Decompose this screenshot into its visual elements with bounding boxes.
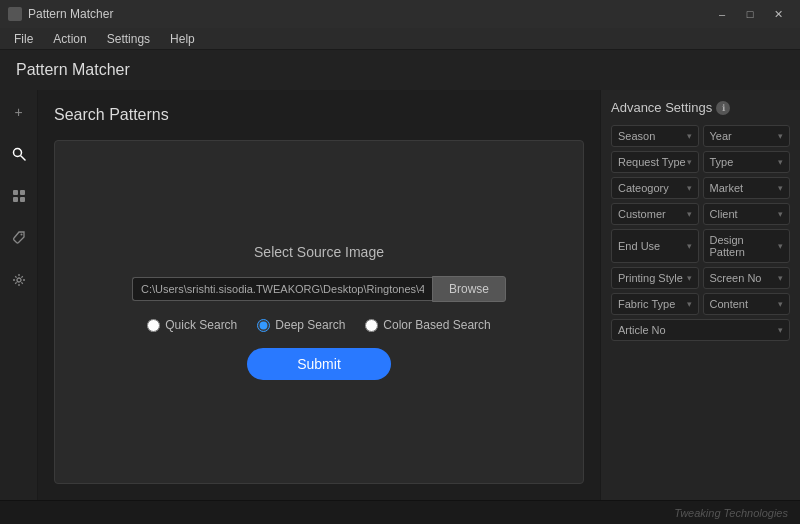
- settings-row-6: Fabric Type ▾ Content ▾: [611, 293, 790, 315]
- customer-dropdown[interactable]: Customer ▾: [611, 203, 699, 225]
- article-no-dropdown[interactable]: Article No ▾: [611, 319, 790, 341]
- market-dropdown[interactable]: Market ▾: [703, 177, 791, 199]
- type-arrow: ▾: [778, 157, 783, 167]
- title-bar-controls: – □ ✕: [708, 4, 792, 24]
- content-area: Search Patterns Select Source Image Brow…: [38, 90, 600, 500]
- settings-row-3: Customer ▾ Client ▾: [611, 203, 790, 225]
- fabric-type-dropdown[interactable]: Fabric Type ▾: [611, 293, 699, 315]
- end-use-arrow: ▾: [687, 241, 692, 251]
- radio-color-search[interactable]: Color Based Search: [365, 318, 490, 332]
- menu-bar: File Action Settings Help: [0, 28, 800, 50]
- season-dropdown[interactable]: Season ▾: [611, 125, 699, 147]
- menu-help[interactable]: Help: [160, 30, 205, 48]
- main-layout: +: [0, 90, 800, 500]
- svg-point-7: [17, 278, 21, 282]
- radio-row: Quick Search Deep Search Color Based Sea…: [147, 318, 490, 332]
- settings-row-4: End Use ▾ Design Pattern ▾: [611, 229, 790, 263]
- end-use-dropdown[interactable]: End Use ▾: [611, 229, 699, 263]
- title-bar: Pattern Matcher – □ ✕: [0, 0, 800, 28]
- source-label: Select Source Image: [254, 244, 384, 260]
- year-dropdown[interactable]: Year ▾: [703, 125, 791, 147]
- radio-deep-label: Deep Search: [275, 318, 345, 332]
- customer-arrow: ▾: [687, 209, 692, 219]
- request-type-arrow: ▾: [687, 157, 692, 167]
- fabric-type-arrow: ▾: [687, 299, 692, 309]
- file-path-input[interactable]: [132, 277, 432, 301]
- sidebar: +: [0, 90, 38, 500]
- market-arrow: ▾: [778, 183, 783, 193]
- printing-style-dropdown[interactable]: Printing Style ▾: [611, 267, 699, 289]
- printing-style-arrow: ▾: [687, 273, 692, 283]
- app-icon: [8, 7, 22, 21]
- content-dropdown[interactable]: Content ▾: [703, 293, 791, 315]
- footer-brand: Tweaking Technologies: [674, 507, 788, 519]
- menu-action[interactable]: Action: [43, 30, 96, 48]
- sidebar-gear-icon[interactable]: [7, 268, 31, 292]
- sidebar-search-icon[interactable]: [7, 142, 31, 166]
- settings-row-1: Request Type ▾ Type ▾: [611, 151, 790, 173]
- maximize-button[interactable]: □: [736, 4, 764, 24]
- radio-quick-search[interactable]: Quick Search: [147, 318, 237, 332]
- settings-row-7: Article No ▾: [611, 319, 790, 341]
- sidebar-tag-icon[interactable]: [7, 226, 31, 250]
- article-no-arrow: ▾: [778, 325, 783, 335]
- app-header: Pattern Matcher: [0, 50, 800, 90]
- settings-row-2: Cateogory ▾ Market ▾: [611, 177, 790, 199]
- category-arrow: ▾: [687, 183, 692, 193]
- panel-title: Search Patterns: [54, 106, 584, 124]
- radio-color-input[interactable]: [365, 319, 378, 332]
- radio-deep-input[interactable]: [257, 319, 270, 332]
- svg-rect-2: [13, 190, 18, 195]
- content-arrow: ▾: [778, 299, 783, 309]
- radio-deep-search[interactable]: Deep Search: [257, 318, 345, 332]
- season-arrow: ▾: [687, 131, 692, 141]
- app-title: Pattern Matcher: [16, 61, 130, 79]
- svg-point-6: [20, 234, 22, 236]
- settings-row-5: Printing Style ▾ Screen No ▾: [611, 267, 790, 289]
- title-bar-text: Pattern Matcher: [28, 7, 113, 21]
- menu-settings[interactable]: Settings: [97, 30, 160, 48]
- radio-quick-label: Quick Search: [165, 318, 237, 332]
- footer: Tweaking Technologies: [0, 500, 800, 524]
- radio-color-label: Color Based Search: [383, 318, 490, 332]
- info-icon[interactable]: ℹ: [716, 101, 730, 115]
- settings-grid: Season ▾ Year ▾ Request Type ▾ Type ▾: [611, 125, 790, 341]
- submit-button[interactable]: Submit: [247, 348, 391, 380]
- type-dropdown[interactable]: Type ▾: [703, 151, 791, 173]
- screen-no-dropdown[interactable]: Screen No ▾: [703, 267, 791, 289]
- menu-file[interactable]: File: [4, 30, 43, 48]
- browse-button[interactable]: Browse: [432, 276, 506, 302]
- sidebar-add-icon[interactable]: +: [7, 100, 31, 124]
- radio-quick-input[interactable]: [147, 319, 160, 332]
- svg-rect-4: [13, 197, 18, 202]
- svg-rect-3: [20, 190, 25, 195]
- advance-settings-panel: Advance Settings ℹ Season ▾ Year ▾ Reque…: [600, 90, 800, 500]
- title-bar-left: Pattern Matcher: [8, 7, 113, 21]
- minimize-button[interactable]: –: [708, 4, 736, 24]
- svg-point-0: [13, 149, 21, 157]
- request-type-dropdown[interactable]: Request Type ▾: [611, 151, 699, 173]
- category-dropdown[interactable]: Cateogory ▾: [611, 177, 699, 199]
- advance-settings-title: Advance Settings ℹ: [611, 100, 790, 115]
- file-input-row: Browse: [132, 276, 506, 302]
- year-arrow: ▾: [778, 131, 783, 141]
- sidebar-grid-icon[interactable]: [7, 184, 31, 208]
- design-pattern-arrow: ▾: [778, 241, 783, 251]
- search-panel: Search Patterns Select Source Image Brow…: [38, 90, 600, 500]
- svg-line-1: [21, 156, 25, 160]
- svg-rect-5: [20, 197, 25, 202]
- settings-row-0: Season ▾ Year ▾: [611, 125, 790, 147]
- client-arrow: ▾: [778, 209, 783, 219]
- source-box: Select Source Image Browse Quick Search …: [54, 140, 584, 484]
- close-button[interactable]: ✕: [764, 4, 792, 24]
- screen-no-arrow: ▾: [778, 273, 783, 283]
- client-dropdown[interactable]: Client ▾: [703, 203, 791, 225]
- design-pattern-dropdown[interactable]: Design Pattern ▾: [703, 229, 791, 263]
